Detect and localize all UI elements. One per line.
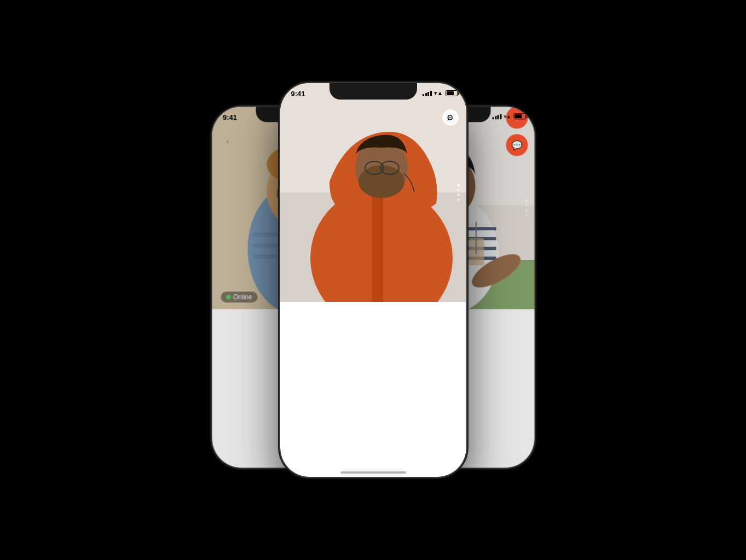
battery-center [446, 90, 458, 96]
chat-icon: 💬 [511, 140, 522, 150]
svg-rect-13 [372, 192, 383, 302]
online-text-left: Online [233, 293, 252, 301]
status-icons-center: ▾▲ [423, 90, 457, 97]
home-indicator-center [340, 471, 406, 474]
settings-button[interactable]: ⚙ [442, 109, 459, 126]
signal-center [423, 90, 432, 96]
notch-center [329, 83, 417, 100]
dot-indicators-center [457, 184, 460, 201]
time-left: 9:41 [223, 113, 237, 121]
profile-photo-center [280, 83, 466, 302]
online-dot-left [226, 295, 230, 299]
status-icons-right: ▾▲ [493, 113, 525, 119]
chat-button-right[interactable]: 💬 [506, 134, 528, 156]
time-center: 9:41 [291, 90, 305, 98]
center-phone: 9:41 ▾▲ ⚙ [280, 83, 466, 477]
wifi-center: ▾▲ [434, 90, 443, 97]
online-badge-left: Online [221, 291, 258, 302]
back-button-left[interactable]: ‹ [219, 133, 236, 149]
battery-right [513, 113, 525, 119]
wifi-right: ▾▲ [504, 114, 511, 119]
dot-indicators-right [525, 199, 528, 217]
svg-rect-31 [475, 221, 477, 254]
signal-right [493, 113, 502, 119]
